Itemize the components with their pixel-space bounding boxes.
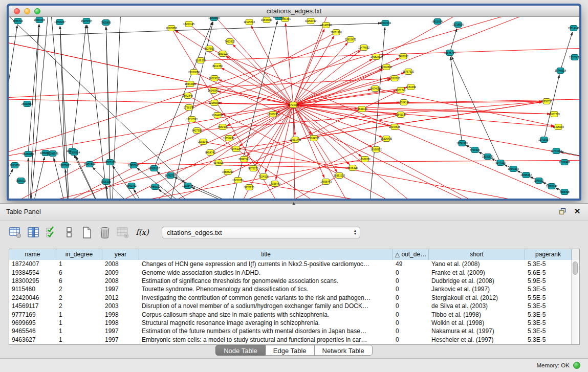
table-cell-short[interactable]: Nakamura et al. (1997) [429,327,525,335]
table-cell-year[interactable]: 1997 [102,336,139,343]
table-row[interactable]: 1938455462009Genome-wide association stu… [9,268,572,276]
graph-node[interactable]: 12104181 [398,100,409,105]
table-cell-pagerank[interactable]: 5.3E-5 [525,327,572,335]
graph-node[interactable]: 8427552 [192,128,202,134]
graph-edge[interactable] [203,142,579,199]
graph-node[interactable]: 9146821 [213,160,224,166]
table-row[interactable]: 969969511998Structural magnetic resonanc… [9,319,572,327]
table-cell-pagerank[interactable]: 5.3E-5 [525,319,572,326]
table-cell-pagerank[interactable]: 5.3E-5 [525,260,572,268]
graph-edge[interactable] [29,24,39,199]
graph-edge[interactable] [375,89,554,126]
table-cell-pagerank[interactable]: 5.3E-5 [525,311,572,318]
graph-node[interactable]: 7581905 [217,124,228,130]
graph-edge[interactable] [295,102,542,140]
graph-edge[interactable] [9,25,17,199]
graph-node[interactable]: 9154499 [406,84,416,90]
table-cell-short[interactable]: Yano et al. (2008) [429,260,525,268]
table-cell-short[interactable]: Stergiakouli et al. (2012) [429,294,525,301]
graph-node[interactable]: 4275124 [231,146,241,152]
table-selector[interactable]: citations_edges.txt ▲▼ [162,227,360,238]
graph-edge[interactable] [293,99,579,105]
graph-node[interactable]: 12186936 [209,100,220,106]
table-cell-name[interactable]: 9699695 [9,319,56,326]
graph-edge[interactable] [87,25,111,199]
column-header-title[interactable]: title [139,249,393,260]
graph-node[interactable]: 11162626 [389,76,400,81]
graph-edge[interactable] [9,99,293,105]
table-cell-in_degree[interactable]: 6 [56,269,102,276]
new-file-button[interactable] [80,225,94,239]
graph-node[interactable]: 16053809 [208,17,220,21]
graph-node[interactable]: 15184705 [308,136,319,141]
graph-node[interactable]: 2718170 [184,105,194,111]
table-cell-name[interactable]: 22420046 [9,294,56,301]
table-row[interactable]: 2242004622012Investigating the contribut… [9,294,572,302]
graph-edge[interactable] [197,102,542,130]
graph-node[interactable]: 17359924 [69,150,80,156]
table-cell-pagerank[interactable]: 5.5E-5 [525,294,572,301]
table-row[interactable]: 1456911722003Disruption of a novel membe… [9,302,572,310]
graph-node[interactable]: 13774044 [551,148,562,154]
graph-node[interactable]: 9595013 [16,178,26,184]
graph-node[interactable]: 16648794 [444,50,455,56]
close-panel-icon[interactable]: ✕ [573,207,581,215]
graph-node[interactable]: 11451944 [84,162,95,167]
selection-checks-button[interactable] [44,225,58,239]
table-cell-title[interactable]: Corpus callosum shape and size in male p… [139,311,393,318]
table-cell-in_degree[interactable]: 1 [56,336,102,343]
table-cell-title[interactable]: Structural magnetic resonance image aver… [139,319,393,326]
graph-node[interactable]: 16189351 [359,157,371,162]
table-cell-in_degree[interactable]: 2 [56,286,102,293]
table-cell-out_degree[interactable]: 0 [393,277,429,285]
graph-node[interactable]: 15815872 [345,37,356,42]
column-header-name[interactable]: name [9,249,56,260]
tab-network-table[interactable]: Network Table [315,345,373,356]
graph-node[interactable]: 9377721 [396,87,406,93]
column-header-short[interactable]: short [429,249,525,260]
table-cell-pagerank[interactable]: 5.3E-5 [525,336,572,343]
table-cell-short[interactable]: Jankovic et al. (1997) [429,286,525,293]
table-cell-year[interactable]: 1997 [102,286,139,293]
scrollbar-thumb[interactable] [573,261,578,275]
graph-node[interactable]: 14682402 [371,54,382,60]
graph-node[interactable]: 9273276 [248,166,258,171]
column-header-pagerank[interactable]: pagerank [525,249,572,260]
table-cell-title[interactable]: Estimation of the future numbers of pati… [139,327,393,335]
table-cell-title[interactable]: Changes of HCN gene expression and I(f) … [139,260,393,268]
table-cell-in_degree[interactable]: 1 [56,327,102,335]
table-cell-name[interactable]: 9465546 [9,327,56,335]
graph-node[interactable]: 7524524 [258,174,269,180]
graph-edge[interactable] [293,73,404,105]
float-panel-icon[interactable] [558,207,567,215]
table-cell-out_degree[interactable]: 0 [393,286,429,293]
table-cell-in_degree[interactable]: 1 [56,260,102,268]
graph-edge[interactable] [232,105,293,136]
graph-node[interactable]: 11254492 [305,18,316,24]
graph-node[interactable]: 10553257 [54,19,66,25]
graph-node[interactable]: 26513553 [21,101,33,107]
graph-node[interactable]: 11703057 [538,137,550,143]
graph-node[interactable]: 8186328 [195,58,206,63]
table-cell-short[interactable]: Hescheler et al. (1997) [429,336,525,343]
graph-edge[interactable] [293,17,336,105]
close-window-button[interactable] [14,8,20,14]
graph-node[interactable]: 15885203 [222,169,233,175]
table-cell-out_degree[interactable]: 0 [393,311,429,318]
graph-edge[interactable] [60,26,65,165]
graph-node[interactable]: 12125743 [244,19,255,25]
table-row[interactable]: 1872400712008Changes of HCN gene express… [9,260,572,268]
graph-edge[interactable] [50,17,70,199]
table-cell-out_degree[interactable]: 0 [393,319,429,326]
table-cell-short[interactable]: de Silva et al. (2003) [429,302,525,310]
table-cell-pagerank[interactable]: 5.3E-5 [525,286,572,293]
graph-node[interactable]: 22044625 [389,124,400,130]
table-cell-title[interactable]: Embryonic stem cells: a model to study s… [139,336,393,343]
graph-node[interactable]: 9546328 [347,165,358,171]
graph-edge[interactable] [134,189,162,199]
graph-edge[interactable] [293,105,550,114]
graph-edge[interactable] [450,57,462,143]
graph-node[interactable]: 19218506 [452,22,464,28]
table-cell-name[interactable]: 9777169 [9,311,56,318]
graph-node[interactable]: 8454749 [205,150,215,156]
